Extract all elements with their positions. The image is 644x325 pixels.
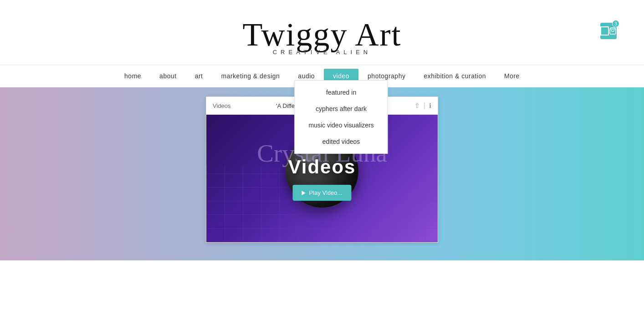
divider: |	[424, 102, 425, 110]
play-video-button[interactable]: Play Video...	[293, 185, 352, 201]
dropdown-item-edited[interactable]: edited videos	[295, 133, 388, 150]
video-title-overlay: Videos Play Video...	[288, 156, 356, 201]
site-subtitle: CREATIVE ALIEN	[273, 49, 372, 56]
video-widget-actions: ⇧ | ℹ	[414, 102, 431, 110]
logo-container: Twiggy Art CREATIVE ALIEN	[243, 18, 402, 56]
site-logo[interactable]: Twiggy Art	[243, 18, 402, 51]
cart-container: 3	[600, 23, 617, 39]
nav-dropdown-container: video featured in cyphers after dark mus…	[324, 72, 358, 80]
nav-item-art[interactable]: art	[186, 69, 212, 83]
nav-item-more[interactable]: More	[495, 69, 529, 83]
share-icon[interactable]: ⇧	[414, 102, 420, 109]
video-overlay-title: Videos	[288, 156, 356, 178]
nav-item-home[interactable]: home	[115, 69, 150, 83]
play-triangle-icon	[302, 191, 306, 195]
dropdown-item-music-video[interactable]: music video visualizers	[295, 117, 388, 133]
video-dropdown-menu: featured in cyphers after dark music vid…	[295, 80, 388, 154]
nav-item-exhibition[interactable]: exhibition & curation	[414, 69, 495, 83]
logo-area: Twiggy Art CREATIVE ALIEN 3	[0, 9, 644, 65]
cart-badge: 3	[612, 20, 619, 27]
dropdown-item-featured[interactable]: featured in	[295, 84, 388, 101]
dropdown-item-cyphers[interactable]: cyphers after dark	[295, 101, 388, 117]
info-icon[interactable]: ℹ	[429, 102, 431, 109]
play-button-label: Play Video...	[309, 189, 342, 196]
cart-button[interactable]: 3	[600, 23, 617, 39]
nav-item-marketing[interactable]: marketing & design	[212, 69, 289, 83]
header: Twiggy Art CREATIVE ALIEN 3 home about a…	[0, 0, 644, 87]
video-widget-section-label: Videos	[213, 102, 231, 109]
nav-bar: home about art marketing & design audio …	[0, 65, 644, 87]
nav-item-about[interactable]: about	[150, 69, 186, 83]
